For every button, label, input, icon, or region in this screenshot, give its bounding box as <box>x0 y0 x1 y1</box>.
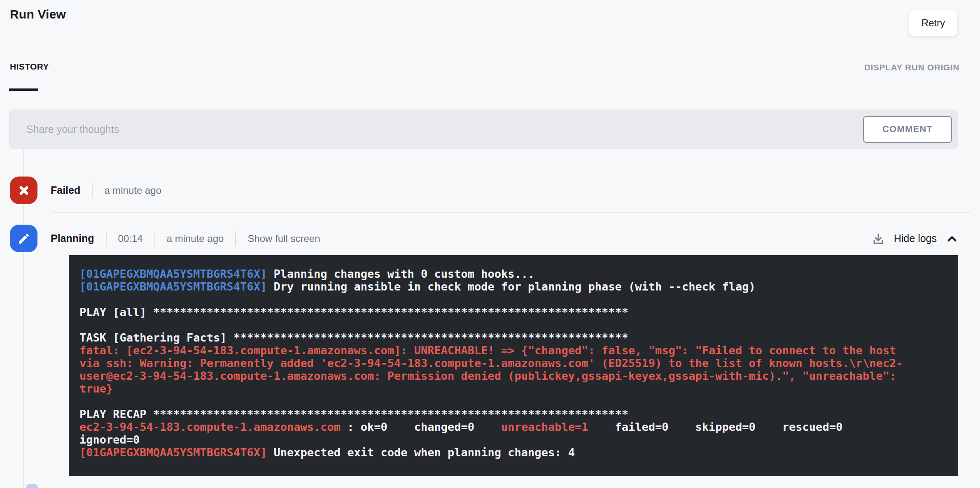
log-line <box>79 293 947 306</box>
log-line: ignored=0 <box>79 433 947 446</box>
log-line <box>79 395 947 408</box>
comment-input[interactable] <box>26 123 863 136</box>
row-divider <box>51 212 971 213</box>
x-icon <box>17 184 31 198</box>
planning-row: Planning 00:14 a minute ago Show full sc… <box>51 225 320 252</box>
log-line: ec2-3-94-54-183.compute-1.amazonaws.com … <box>79 421 947 433</box>
log-line: PLAY [all] *****************************… <box>79 306 947 318</box>
planning-duration: 00:14 <box>118 233 143 244</box>
log-output: [01GAPEGXBMQAA5YSMTBGRS4T6X] Planning ch… <box>79 267 947 459</box>
page-title: Run View <box>10 7 66 21</box>
download-logs-icon[interactable] <box>872 232 885 245</box>
failed-status-icon <box>10 177 37 204</box>
log-line: [01GAPEGXBMQAA5YSMTBGRS4T6X] Planning ch… <box>79 267 947 280</box>
retry-button[interactable]: Retry <box>909 10 958 36</box>
log-line: TASK [Gathering Facts] *****************… <box>79 331 947 344</box>
log-line: fatal: [ec2-3-94-54-183.compute-1.amazon… <box>79 344 947 357</box>
tab-history[interactable]: HISTORY <box>10 62 49 72</box>
log-line: [01GAPEGXBMQAA5YSMTBGRS4T6X] Dry running… <box>79 280 947 293</box>
comment-bar: COMMENT <box>9 109 958 149</box>
log-line <box>79 318 947 331</box>
failed-time: a minute ago <box>104 185 161 196</box>
failed-label: Failed <box>51 184 80 196</box>
log-line: user@ec2-3-94-54-183.compute-1.amazonaws… <box>79 369 947 382</box>
hide-logs-label: Hide logs <box>894 232 937 244</box>
show-full-screen-link[interactable]: Show full screen <box>247 233 320 244</box>
planning-time: a minute ago <box>167 233 224 244</box>
log-line: via ssh: Warning: Permanently added 'ec2… <box>79 357 947 369</box>
run-view-page: Run View Retry HISTORY DISPLAY RUN ORIGI… <box>0 0 980 488</box>
display-run-origin-button[interactable]: DISPLAY RUN ORIGIN <box>864 63 959 72</box>
separator <box>154 231 155 246</box>
comment-button[interactable]: COMMENT <box>863 116 952 143</box>
separator <box>235 231 236 246</box>
separator <box>106 231 107 246</box>
next-item-icon-sliver <box>26 484 38 488</box>
failed-row: Failed a minute ago <box>51 177 161 204</box>
chevron-up-icon[interactable] <box>946 232 958 245</box>
log-panel: [01GAPEGXBMQAA5YSMTBGRS4T6X] Planning ch… <box>69 255 958 476</box>
pencil-icon <box>17 232 30 245</box>
planning-label: Planning <box>51 232 94 244</box>
hide-logs-button[interactable]: Hide logs <box>872 225 958 252</box>
tabbar-divider <box>9 91 971 91</box>
separator <box>92 183 93 198</box>
log-line: [01GAPEGXBMQAA5YSMTBGRS4T6X] Unexpected … <box>79 446 947 459</box>
log-line: PLAY RECAP *****************************… <box>79 408 947 421</box>
planning-status-icon <box>10 225 37 252</box>
log-line: true} <box>79 382 947 395</box>
